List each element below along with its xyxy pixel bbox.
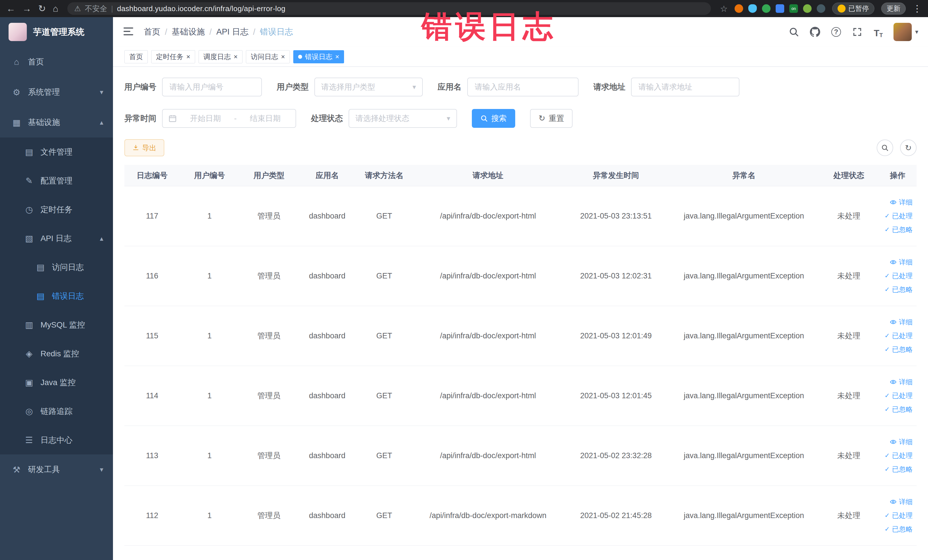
user-avatar[interactable] — [893, 23, 912, 41]
sidebar-item-log-center[interactable]: ☰ 日志中心 — [0, 426, 113, 455]
mark-processed-link[interactable]: ✓ 已处理 — [882, 509, 913, 522]
extension-icon-5[interactable] — [803, 4, 812, 13]
detail-link[interactable]: 详细 — [882, 315, 913, 329]
tab-error-log[interactable]: 错误日志 × — [293, 50, 344, 63]
extension-icon-3[interactable] — [762, 4, 771, 13]
app-name-input[interactable] — [467, 78, 578, 96]
browser-menu-icon[interactable]: ⋮ — [913, 3, 922, 14]
refresh-table-button[interactable]: ↻ — [900, 139, 917, 156]
mark-ignored-link[interactable]: ✓ 已忽略 — [882, 403, 913, 416]
mark-processed-link[interactable]: ✓ 已处理 — [882, 209, 913, 223]
browser-update-button[interactable]: 更新 — [881, 3, 906, 15]
detail-link[interactable]: 详细 — [882, 375, 913, 389]
column-header: 异常发生时间 — [563, 165, 669, 186]
reload-icon[interactable]: ↻ — [38, 4, 46, 13]
filter-app-name: 应用名 — [438, 78, 578, 96]
sidebar-item-redis-monitor[interactable]: ◈ Redis 监控 — [0, 339, 113, 368]
detail-link[interactable]: 详细 — [882, 195, 913, 209]
extension-icon-2[interactable] — [748, 4, 757, 13]
extension-icon-1[interactable] — [734, 4, 743, 13]
sidebar-item-home[interactable]: ⌂ 首页 — [0, 47, 113, 77]
browser-home-icon[interactable]: ⌂ — [53, 4, 58, 13]
toolbar-right: ↻ — [877, 139, 917, 156]
tab-scheduled-jobs[interactable]: 定时任务 × — [151, 50, 195, 63]
user-type-select[interactable]: 请选择用户类型 ▾ — [314, 78, 423, 96]
column-header: 用户类型 — [240, 165, 299, 186]
detail-link[interactable]: 详细 — [882, 495, 913, 509]
sidebar-item-scheduled-jobs[interactable]: ◷ 定时任务 — [0, 195, 113, 224]
sidebar-item-infrastructure[interactable]: ▦ 基础设施 ▴ — [0, 107, 113, 137]
breadcrumb-item[interactable]: API 日志 — [216, 26, 249, 38]
sidebar-item-dev-tools[interactable]: ⚒ 研发工具 ▾ — [0, 455, 113, 485]
tab-close-icon[interactable]: × — [234, 53, 238, 60]
tab-label: 首页 — [129, 52, 143, 61]
breadcrumb-item[interactable]: 基础设施 — [172, 26, 205, 38]
mark-processed-link[interactable]: ✓ 已处理 — [882, 329, 913, 343]
search-button[interactable]: 搜索 — [472, 109, 515, 128]
sidebar-item-system-management[interactable]: ⚙ 系统管理 ▾ — [0, 77, 113, 107]
sidebar-item-error-log[interactable]: ▤ 错误日志 — [0, 282, 113, 310]
address-bar[interactable]: ⚠ 不安全 | dashboard.yudao.iocoder.cn/infra… — [67, 2, 711, 15]
paused-extension-badge[interactable]: 已暂停 — [832, 3, 875, 15]
sidebar-item-file-management[interactable]: ▤ 文件管理 — [0, 137, 113, 166]
sidebar-item-java-monitor[interactable]: ▣ Java 监控 — [0, 368, 113, 397]
search-icon[interactable] — [788, 25, 800, 38]
tab-close-icon[interactable]: × — [335, 53, 339, 60]
detail-link[interactable]: 详细 — [882, 255, 913, 269]
font-size-icon[interactable]: TT — [872, 25, 885, 38]
mark-processed-link[interactable]: ✓ 已处理 — [882, 389, 913, 403]
cell-actions: 详细 ✓ 已处理 ✓ 已忽略 — [879, 306, 917, 366]
github-icon[interactable] — [809, 25, 821, 38]
user-id-input[interactable] — [162, 78, 262, 96]
column-header: 请求方法名 — [356, 165, 413, 186]
cell-status: 未处理 — [819, 426, 878, 485]
tags-view: 首页 定时任务 × 调度日志 × 访问日志 × 错误日志 × — [113, 47, 928, 67]
date-range-picker[interactable]: 开始日期 - 结束日期 — [162, 109, 296, 128]
sidebar-item-trace[interactable]: ◎ 链路追踪 — [0, 397, 113, 426]
action-label: 已处理 — [892, 331, 913, 340]
tab-schedule-log[interactable]: 调度日志 × — [198, 50, 243, 63]
mark-processed-link[interactable]: ✓ 已处理 — [882, 449, 913, 462]
extension-icon-6[interactable] — [817, 4, 825, 13]
mark-processed-link[interactable]: ✓ 已处理 — [882, 269, 913, 283]
tab-access-log[interactable]: 访问日志 × — [246, 50, 290, 63]
mark-ignored-link[interactable]: ✓ 已忽略 — [882, 343, 913, 356]
tab-close-icon[interactable]: × — [186, 53, 190, 60]
process-status-select[interactable]: 请选择处理状态 ▾ — [349, 109, 457, 128]
column-header: 处理状态 — [819, 165, 878, 186]
breadcrumb-item[interactable]: 首页 — [144, 26, 160, 38]
check-icon: ✓ — [885, 213, 890, 219]
tab-label: 定时任务 — [156, 52, 183, 61]
breadcrumb: 首页 / 基础设施 / API 日志 / 错误日志 — [144, 26, 293, 38]
forward-icon[interactable]: → — [22, 4, 31, 13]
extension-icon-4[interactable] — [776, 4, 784, 13]
chevron-up-icon: ▴ — [100, 118, 103, 127]
avatar-caret-icon[interactable]: ▾ — [915, 28, 918, 36]
extension-icon-on[interactable]: on — [789, 4, 798, 13]
mark-ignored-link[interactable]: ✓ 已忽略 — [882, 522, 913, 536]
collapse-menu-icon[interactable] — [123, 26, 135, 38]
table-row: 114 1 管理员 dashboard GET /api/infra/db-do… — [124, 366, 917, 426]
fullscreen-icon[interactable] — [851, 25, 864, 38]
detail-link[interactable]: 详细 — [882, 435, 913, 449]
request-url-input[interactable] — [631, 78, 739, 96]
sidebar-item-api-log[interactable]: ▧ API 日志 ▴ — [0, 224, 113, 253]
reset-button[interactable]: ↻ 重置 — [530, 109, 572, 128]
cell-method: GET — [356, 366, 413, 426]
tab-close-icon[interactable]: × — [281, 53, 285, 60]
select-placeholder: 请选择处理状态 — [356, 113, 447, 124]
export-button[interactable]: 导出 — [124, 139, 164, 156]
toggle-search-button[interactable] — [877, 139, 893, 156]
action-label: 已忽略 — [892, 285, 913, 294]
sidebar-item-config-management[interactable]: ✎ 配置管理 — [0, 166, 113, 195]
update-label: 更新 — [887, 4, 901, 13]
mark-ignored-link[interactable]: ✓ 已忽略 — [882, 462, 913, 476]
help-icon[interactable]: ? — [830, 25, 843, 38]
sidebar-item-mysql-monitor[interactable]: ▥ MySQL 监控 — [0, 310, 113, 339]
mark-ignored-link[interactable]: ✓ 已忽略 — [882, 283, 913, 296]
mark-ignored-link[interactable]: ✓ 已忽略 — [882, 223, 913, 237]
tab-home[interactable]: 首页 — [124, 50, 148, 63]
back-icon[interactable]: ← — [6, 4, 15, 13]
sidebar-item-access-log[interactable]: ▤ 访问日志 — [0, 253, 113, 282]
bookmark-star-icon[interactable]: ☆ — [720, 4, 728, 14]
